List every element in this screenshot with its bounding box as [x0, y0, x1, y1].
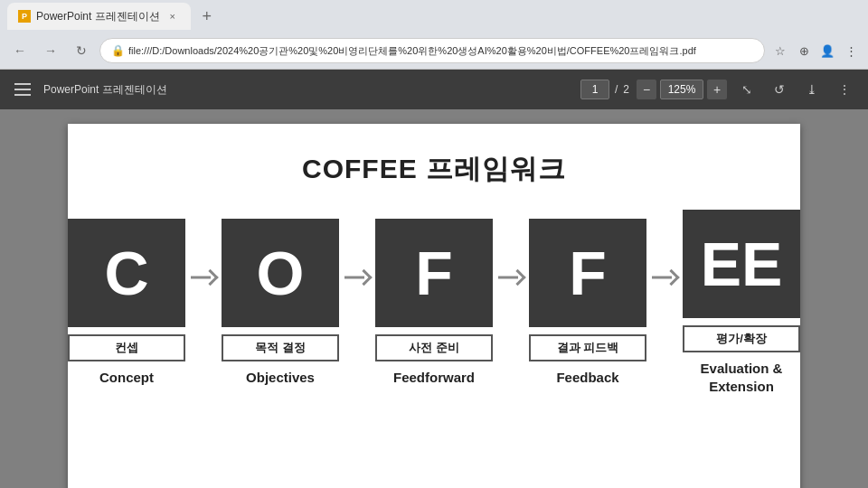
pdf-page: COFFEE 프레임워크 C컨셉ConceptO목적 결정ObjectivesF… [68, 124, 800, 488]
tab-bar: P PowerPoint 프레젠테이션 × + [0, 0, 868, 33]
coffee-letter-box: EE [683, 210, 800, 318]
slide-title: COFFEE 프레임워크 [104, 151, 764, 188]
coffee-korean-label: 목적 결정 [222, 334, 339, 361]
coffee-letter: EE [701, 233, 783, 295]
zoom-level-display: 125% [660, 80, 703, 99]
coffee-english-label: Evaluation &Extension [701, 360, 783, 395]
address-bar[interactable]: 🔒 file:///D:/Downloads/2024%20공기관%20및%20… [99, 38, 765, 63]
coffee-letter: C [104, 242, 148, 304]
coffee-item-o: O목적 결정Objectives [222, 219, 339, 387]
arrow-icon [339, 265, 375, 341]
arrow-icon [646, 265, 683, 341]
coffee-english-label: Objectives [246, 369, 315, 387]
extensions-icon[interactable]: ⊕ [794, 41, 814, 61]
rotate-icon[interactable]: ↺ [767, 77, 792, 102]
coffee-letter: F [569, 242, 607, 304]
pdf-toolbar: PowerPoint 프레젠테이션 / 2 − 125% + ⤡ ↺ ⤓ ⋮ [0, 70, 868, 109]
pdf-zoom-control: − 125% + [637, 80, 727, 99]
coffee-item-c: C컨셉Concept [68, 219, 185, 387]
pdf-page-input[interactable] [580, 80, 609, 99]
active-tab[interactable]: P PowerPoint 프레젠테이션 × [7, 3, 191, 30]
zoom-out-button[interactable]: − [637, 80, 656, 99]
coffee-item-f: F결과 피드백Feedback [529, 219, 646, 387]
coffee-korean-label: 컨셉 [68, 334, 185, 361]
new-tab-button[interactable]: + [194, 4, 220, 29]
arrow-icon [185, 265, 222, 341]
coffee-english-label: Feedforward [393, 369, 475, 387]
profile-icon[interactable]: 👤 [817, 41, 837, 61]
forward-button[interactable]: → [38, 38, 63, 63]
coffee-letter-box: F [529, 219, 646, 327]
pdf-title: PowerPoint 프레젠테이션 [43, 82, 167, 98]
download-icon[interactable]: ⤓ [799, 77, 825, 102]
coffee-english-label: Feedback [556, 369, 618, 387]
browser-toolbar-icons: ☆ ⊕ 👤 ⋮ [770, 41, 861, 61]
pdf-content-area: COFFEE 프레임워크 C컨셉ConceptO목적 결정ObjectivesF… [0, 109, 868, 488]
address-bar-row: ← → ↻ 🔒 file:///D:/Downloads/2024%20공기관%… [0, 33, 868, 69]
browser-chrome: P PowerPoint 프레젠테이션 × + ← → ↻ 🔒 file:///… [0, 0, 868, 70]
tab-close-button[interactable]: × [165, 9, 180, 23]
tab-favicon: P [18, 10, 31, 23]
coffee-english-label: Concept [99, 369, 154, 387]
refresh-button[interactable]: ↻ [69, 38, 94, 63]
menu-icon[interactable]: ⋮ [841, 41, 861, 61]
coffee-item-f: F사전 준비Feedforward [375, 219, 493, 387]
coffee-korean-label: 평가/확장 [683, 325, 800, 352]
coffee-item-ee: EE평가/확장Evaluation &Extension [683, 210, 800, 395]
coffee-letter-box: C [68, 219, 185, 327]
pdf-page-total: 2 [623, 83, 629, 96]
coffee-letter: F [415, 242, 453, 304]
back-button[interactable]: ← [7, 38, 33, 63]
arrow-icon [493, 265, 529, 341]
coffee-letter-box: F [375, 219, 493, 327]
coffee-korean-label: 결과 피드백 [529, 334, 646, 361]
coffee-framework: C컨셉ConceptO목적 결정ObjectivesF사전 준비Feedforw… [104, 210, 764, 395]
tab-label: PowerPoint 프레젠테이션 [36, 9, 160, 24]
coffee-letter: O [257, 242, 305, 304]
coffee-letter-box: O [222, 219, 339, 327]
coffee-korean-label: 사전 준비 [375, 334, 493, 361]
more-options-icon[interactable]: ⋮ [832, 77, 857, 102]
url-text: file:///D:/Downloads/2024%20공기관%20및%20비영… [128, 44, 696, 58]
pdf-menu-button[interactable] [11, 77, 36, 102]
pdf-page-separator: / [615, 83, 618, 96]
zoom-in-button[interactable]: + [707, 80, 727, 99]
pdf-page-control: / 2 [580, 80, 629, 99]
bookmark-icon[interactable]: ☆ [770, 41, 790, 61]
fit-page-icon[interactable]: ⤡ [734, 77, 760, 102]
